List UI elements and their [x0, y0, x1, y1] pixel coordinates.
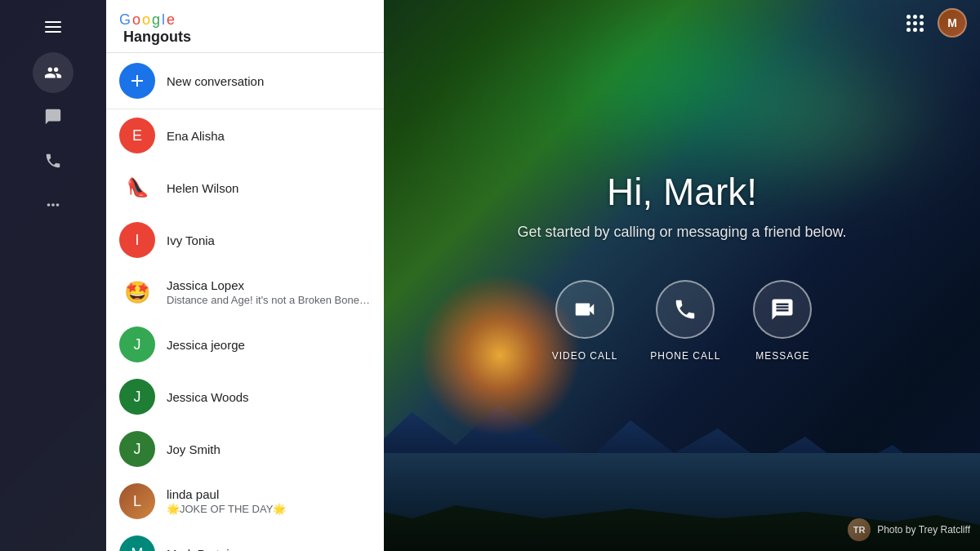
welcome-section: Hi, Mark! Get started by calling or mess…	[384, 46, 980, 551]
contact-name: linda paul	[167, 487, 371, 501]
contact-name: Jessica jeorge	[167, 338, 371, 352]
logo-o1: o	[132, 11, 140, 29]
contact-name: Jessica Woods	[167, 390, 371, 404]
google-apps-button[interactable]	[898, 7, 931, 39]
apps-dot	[920, 15, 924, 19]
sidebar-nav	[0, 52, 106, 225]
app-name: Google Hangouts	[119, 11, 191, 46]
photo-credit-initials: TR	[853, 525, 866, 535]
chat-icon	[770, 297, 795, 322]
avatar: J	[119, 327, 155, 362]
contact-item[interactable]: 🤩 Jassica Lopex Distance and Age! it's n…	[106, 266, 384, 318]
avatar: J	[119, 431, 155, 467]
user-initial: M	[947, 16, 957, 29]
contacts-list: New conversation E Ena Alisha 👠 Helen Wi…	[106, 53, 384, 551]
sidebar-item-contacts[interactable]	[33, 52, 74, 93]
contacts-icon	[44, 64, 62, 82]
new-conversation-button[interactable]: New conversation	[106, 53, 384, 109]
contact-item-jessica-woods[interactable]: J Jessica Woods	[106, 371, 384, 423]
avatar: M	[119, 535, 155, 551]
contact-name: Ena Alisha	[167, 129, 371, 143]
logo-o2: o	[142, 11, 150, 29]
sidebar	[0, 0, 106, 551]
logo-l: l	[162, 11, 165, 29]
contact-info: Jessica jeorge	[167, 338, 371, 352]
contact-name: Helen Wilson	[167, 181, 371, 195]
contact-info: Helen Wilson	[167, 181, 371, 195]
hamburger-button[interactable]	[38, 15, 68, 39]
contact-info: Joy Smith	[167, 442, 371, 456]
apps-dot	[906, 21, 911, 25]
hamburger-line-3	[45, 31, 61, 33]
google-logo: Google	[119, 11, 191, 29]
apps-dot	[913, 15, 917, 19]
sidebar-item-messages[interactable]	[33, 96, 74, 137]
contact-info: Ena Alisha	[167, 129, 371, 143]
video-call-circle	[555, 280, 614, 339]
user-avatar-button[interactable]: M	[938, 8, 967, 38]
photo-credit-text: Photo by Trey Ratcliff	[877, 524, 970, 535]
apps-dot	[920, 21, 924, 25]
logo-e: e	[167, 11, 175, 29]
message-label: MESSAGE	[755, 350, 809, 362]
contact-info: Ivy Tonia	[167, 233, 371, 247]
contact-item[interactable]: L linda paul 🌟JOKE OF THE DAY🌟	[106, 475, 384, 527]
contact-item[interactable]: I Ivy Tonia	[106, 214, 384, 266]
new-conversation-label: New conversation	[167, 74, 264, 88]
contacts-panel: Google Hangouts New conversation E Ena A…	[106, 0, 384, 551]
contact-item[interactable]: M Mark Portai	[106, 527, 384, 551]
sidebar-item-phone[interactable]	[33, 140, 74, 181]
hamburger-line-1	[45, 21, 61, 23]
apps-dot	[913, 21, 917, 25]
hamburger-line-2	[45, 26, 61, 28]
contact-item[interactable]: J Jessica jeorge	[106, 318, 384, 371]
main-content: M Hi, Mark! Get started by calling or me…	[384, 0, 980, 551]
contact-name: Ivy Tonia	[167, 233, 371, 247]
photo-credit: TR Photo by Trey Ratcliff	[848, 518, 970, 541]
phone-call-circle	[656, 280, 715, 339]
contact-preview: 🌟JOKE OF THE DAY🌟	[167, 503, 371, 515]
avatar: L	[119, 483, 155, 519]
contacts-header: Google Hangouts	[106, 0, 384, 53]
contact-name: Jassica Lopex	[167, 278, 371, 292]
video-call-label: VIDEO CALL	[552, 350, 618, 362]
message-button[interactable]: MESSAGE	[753, 280, 812, 362]
contact-item[interactable]: 👠 Helen Wilson	[106, 162, 384, 214]
welcome-subtitle: Get started by calling or messaging a fr…	[517, 224, 846, 241]
phone-icon	[44, 152, 62, 170]
welcome-greeting: Hi, Mark!	[607, 170, 757, 214]
message-icon	[44, 108, 62, 126]
video-call-button[interactable]: VIDEO CALL	[552, 280, 618, 362]
contact-item-joy-smith[interactable]: J Joy Smith	[106, 423, 384, 475]
contact-preview: Distance and Age! it's not a Broken Bone…	[167, 294, 371, 306]
hangouts-text: Hangouts	[123, 29, 191, 45]
avatar: 🤩	[119, 274, 155, 310]
videocam-icon	[572, 297, 597, 322]
sidebar-header	[0, 8, 106, 46]
plus-icon	[127, 71, 147, 91]
sidebar-item-more[interactable]	[33, 184, 74, 225]
contact-name: Mark Portai	[167, 547, 371, 552]
avatar: J	[119, 379, 155, 415]
phone-call-button[interactable]: PHONE CALL	[650, 280, 720, 362]
avatar: E	[119, 118, 155, 153]
contact-info: Mark Portai	[167, 547, 371, 552]
apps-dot	[913, 28, 917, 32]
phone-call-label: PHONE CALL	[650, 350, 720, 362]
apps-dot	[906, 28, 911, 32]
avatar: I	[119, 222, 155, 258]
contact-info: Jassica Lopex Distance and Age! it's not…	[167, 278, 371, 306]
logo-g: G	[119, 11, 131, 29]
apps-dot	[906, 15, 911, 19]
contact-item[interactable]: E Ena Alisha	[106, 109, 384, 162]
new-conversation-icon	[119, 63, 155, 99]
apps-dot	[920, 28, 924, 32]
action-buttons: VIDEO CALL PHONE CALL MESSAGE	[552, 280, 813, 362]
more-icon	[44, 196, 62, 214]
phone-call-icon	[673, 297, 697, 322]
app-container: Google Hangouts New conversation E Ena A…	[0, 0, 980, 551]
avatar: 👠	[119, 170, 155, 206]
message-circle	[753, 280, 812, 339]
logo-g2: g	[152, 11, 160, 29]
topbar: M	[384, 0, 980, 46]
